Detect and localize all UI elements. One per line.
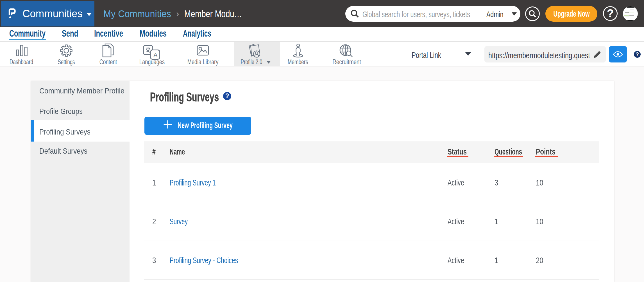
svg-text:A: A xyxy=(153,52,158,59)
